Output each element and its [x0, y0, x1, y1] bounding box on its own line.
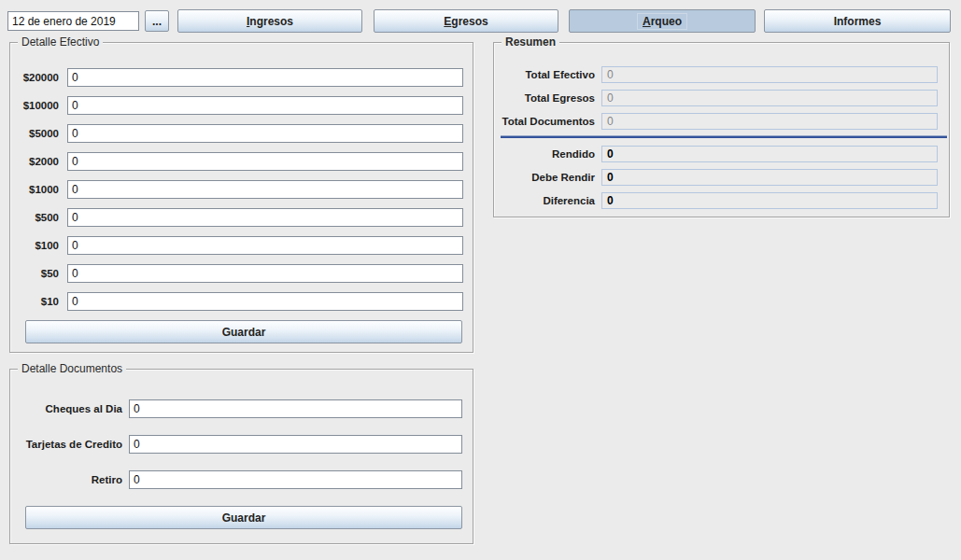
denomination-label: $10000	[10, 96, 59, 115]
resumen-label: Diferencia	[494, 192, 595, 209]
documento-label: Cheques al Dia	[10, 399, 122, 418]
nav-button-label: Ingresos	[247, 15, 293, 28]
denomination-label: $50	[10, 264, 59, 283]
panel-title: Detalle Efectivo	[18, 35, 103, 49]
total-efectivo-field: 0	[601, 66, 938, 83]
resumen-label: Debe Rendir	[494, 169, 595, 186]
denomination-label: $1000	[10, 180, 59, 199]
debe-rendir-field: 0	[601, 169, 938, 186]
nav-button-arqueo[interactable]: Arqueo	[569, 9, 756, 33]
denomination-input-2000[interactable]	[67, 152, 463, 171]
denomination-input-10[interactable]	[67, 292, 463, 311]
denomination-input-1000[interactable]	[67, 180, 463, 199]
save-efectivo-button[interactable]: Guardar	[25, 320, 462, 343]
nav-button-informes[interactable]: Informes	[764, 9, 951, 33]
nav-button-label: Arqueo	[637, 13, 687, 30]
denomination-label: $10	[10, 292, 59, 311]
denomination-label: $500	[10, 208, 59, 227]
denomination-input-10000[interactable]	[67, 96, 463, 115]
tarjetas-de-credito-input[interactable]	[129, 435, 462, 454]
total-egresos-field: 0	[601, 90, 938, 106]
date-browse-button[interactable]: ...	[145, 10, 169, 32]
save-button-label: Guardar	[222, 511, 266, 525]
retiro-input[interactable]	[129, 470, 462, 489]
resumen-label: Rendido	[494, 146, 595, 162]
resumen-label: Total Egresos	[494, 90, 595, 106]
documento-label: Tarjetas de Credito	[10, 435, 122, 454]
denomination-input-5000[interactable]	[67, 124, 463, 143]
denomination-input-100[interactable]	[67, 236, 463, 255]
ellipsis-icon: ...	[152, 15, 162, 28]
denomination-label: $2000	[10, 152, 59, 171]
nav-button-ingresos[interactable]: Ingresos	[177, 9, 362, 33]
denomination-label: $20000	[10, 68, 59, 87]
detalle-efectivo-panel: Detalle Efectivo $20000 $10000 $5000 $20…	[9, 42, 473, 353]
documento-label: Retiro	[10, 470, 122, 489]
resumen-label: Total Documentos	[494, 113, 595, 130]
denomination-label: $5000	[10, 124, 59, 143]
nav-button-egresos[interactable]: Egresos	[374, 9, 558, 33]
save-documentos-button[interactable]: Guardar	[25, 506, 462, 529]
save-button-label: Guardar	[222, 326, 266, 339]
nav-button-label: Informes	[834, 15, 882, 28]
total-documentos-field: 0	[601, 113, 938, 130]
date-input[interactable]	[7, 11, 139, 31]
resumen-panel: Resumen Total Efectivo 0 Total Egresos 0…	[493, 42, 950, 217]
rendido-field: 0	[601, 146, 938, 162]
resumen-label: Total Efectivo	[494, 66, 595, 83]
resumen-separator	[501, 135, 947, 138]
denomination-input-50[interactable]	[67, 264, 463, 283]
panel-title: Detalle Documentos	[18, 362, 126, 375]
denomination-input-500[interactable]	[67, 208, 463, 227]
cheques-al-dia-input[interactable]	[129, 399, 462, 418]
detalle-documentos-panel: Detalle Documentos Cheques al Dia Tarjet…	[9, 369, 473, 544]
denomination-input-20000[interactable]	[67, 68, 463, 87]
panel-title: Resumen	[502, 35, 559, 49]
diferencia-field: 0	[601, 192, 938, 209]
nav-button-label: Egresos	[444, 15, 488, 28]
denomination-label: $100	[10, 236, 59, 255]
